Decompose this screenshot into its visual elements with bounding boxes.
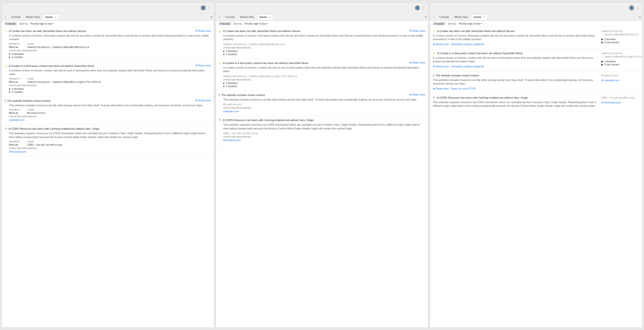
affected-2-4: AFFECTED RESOURCES third-party.com <box>223 136 425 142</box>
browser-bar-2: 👤 ⋮ <box>216 3 428 13</box>
issue-header-2-3: ℹ The website includes mixed content ⊕ R… <box>219 93 425 97</box>
tab-issues-2[interactable]: Issues × <box>257 14 273 20</box>
devtools-close-1[interactable]: × <box>210 15 212 19</box>
affected-1-3: AFFECTED RESOURCES example.com <box>9 115 211 121</box>
issue-item-1-2: ⚠ A Cookie in a third party context has … <box>2 62 214 97</box>
arrow-3-2-1: ▶ <box>601 60 603 63</box>
issue-main-3-1: ⚠ A Cookie has been set with SameSite=No… <box>433 29 601 46</box>
read-more-3-3[interactable]: ⊕ Read more - Does not use HTTPS <box>433 87 598 90</box>
menu-dots-3[interactable]: ⋮ <box>636 6 640 10</box>
resource-cookies-1-2: ▶ 2 cookies <box>9 91 211 93</box>
read-more-icon-1-1: ⊕ <box>195 29 198 32</box>
issue-header-1-1: ⚠ A Cookie has been set with SameSite=No… <box>4 29 211 33</box>
read-more-2-2[interactable]: ⊕ Read more <box>410 61 425 64</box>
issue-item-2-4: ⚑ A CORS Resource has been with Caching … <box>216 116 428 145</box>
issue-title-row-3-4: ⚑ A CORS Resource has been with Caching … <box>433 96 598 100</box>
tab-whats-new-2[interactable]: What's New <box>238 15 256 19</box>
tab-whats-new-3[interactable]: What's New <box>452 15 470 19</box>
issue-title-row-1-3: ℹ The website includes mixed content <box>4 99 194 103</box>
tab-close-issues-3[interactable]: × <box>484 16 485 18</box>
devtools-menu-3[interactable]: ⋮ <box>432 15 436 19</box>
resource-domains-val-2-2: 3 domains <box>226 82 238 85</box>
tab-console-2[interactable]: Console <box>223 15 237 19</box>
resource-cookies-val-1-1: 2 cookies <box>12 56 23 59</box>
sort-dropdown-3[interactable]: Priority high to low ▾ <box>459 22 482 25</box>
tab-whats-new-1[interactable]: What's New <box>23 15 42 19</box>
issue-title-row-3-1: ⚠ A Cookie has been set with SameSite=No… <box>433 29 598 33</box>
read-more-3-1[interactable]: ⊕ Read more - SameSite cookies explained <box>433 43 598 46</box>
priority-value-1-3: Medium <box>9 112 20 114</box>
issue-title-3-4: A CORS Resource has been with Caching en… <box>437 96 528 100</box>
priority-value-1-2: Medium <box>9 81 20 83</box>
tab-close-issues-1[interactable]: × <box>55 16 56 18</box>
devtools-close-2[interactable]: × <box>425 15 427 19</box>
example-link-3-3[interactable]: example.com <box>604 79 619 82</box>
example-link-2-3[interactable]: example.com <box>223 110 239 113</box>
sort-label-1: Sort by: <box>19 22 28 25</box>
affected-1-1: AFFECTED RESOURCES ▶ 3 domains ▶ 2 cooki… <box>9 50 211 59</box>
read-more-1-3[interactable]: ⊕ Read more <box>195 99 211 102</box>
devtools-close-3[interactable]: × <box>639 15 641 19</box>
issue-sidebar-3-4: CORS::VaryOriginMissing ⊕ third-party.co… <box>601 96 640 109</box>
arrow-domains-2-1: ▶ <box>223 50 225 52</box>
sidebar-code-3-4: CORS::VaryOriginMissing <box>601 96 640 100</box>
warning-icon-1-1: ⚠ <box>4 29 8 33</box>
thirdparty-link-2-4[interactable]: third-party.com <box>223 139 241 142</box>
sort-label-2: Sort by: <box>234 22 242 25</box>
tab-console-1[interactable]: Console <box>8 15 23 19</box>
resource-thirdparty-1-4: third-party.com <box>9 150 211 153</box>
info-icon-2-3: ℹ <box>219 93 220 97</box>
issues-list-3: ⚠ A Cookie has been set with SameSite=No… <box>430 27 642 327</box>
issue-title-row-1-4: ⚑ A CORS Resource has been with Caching … <box>4 127 211 131</box>
resource-domains-1-2: ▶ 3 domains <box>9 87 211 90</box>
resource-cookies-val-2-2: 2 cookies <box>226 85 237 88</box>
meta-row-1-3: PRIORITY Medium CODE MixedContent <box>9 109 211 114</box>
tab-close-issues-2[interactable]: × <box>269 16 271 18</box>
read-more-2-1[interactable]: ⊕ Read more <box>410 29 425 32</box>
arrow-cookies-1-1: ▶ <box>9 56 11 58</box>
priority-value-1-1: Medium <box>9 46 20 49</box>
meta-row-1-2: PRIORITY Medium CODE SameSiteCookies::Sa… <box>9 78 211 83</box>
tab-issues-1[interactable]: Issues × <box>43 14 59 20</box>
devtools-menu-1[interactable]: ⋮ <box>3 15 8 19</box>
read-more-3-2[interactable]: ⊕ Read more - SameSite cookies explained <box>433 65 598 68</box>
read-more-1-2[interactable]: ⊕ Read more <box>195 64 211 67</box>
read-more-1-1[interactable]: ⊕ Read more <box>195 29 211 32</box>
arrow-3-2-2: ▶ <box>601 63 603 66</box>
issue-title-row-2-4: ⚑ A CORS Resource has been with Caching … <box>219 118 425 122</box>
issue-title-3-1: A Cookie has been set with SameSite=None… <box>437 29 514 33</box>
info-icon-1-3: ℹ <box>4 99 6 103</box>
arrow-cookies-2-2: ▶ <box>223 85 225 87</box>
issue-desc-3-2: In a future version of chrome, cookies w… <box>433 56 598 64</box>
menu-dots-2[interactable]: ⋮ <box>422 6 426 10</box>
affected-1-2: AFFECTED RESOURCES ▶ 3 domains ▶ 2 cooki… <box>9 84 211 93</box>
issue-desc-2-4: This websites requests resources via COR… <box>223 123 425 130</box>
example-link-1-3[interactable]: example.com <box>9 118 24 121</box>
avatar-3: 👤 <box>629 5 634 11</box>
menu-dots-1[interactable]: ⋮ <box>208 6 212 10</box>
affected-2-1: AFFECTED RESOURCES ▶ 3 domains ▶ 2 cooki… <box>223 47 425 56</box>
thirdparty-link-1-4[interactable]: third-party.com <box>9 150 26 153</box>
issue-header-2-4: ⚑ A CORS Resource has been with Caching … <box>219 118 425 122</box>
issue-main-3-3: ℹ The website includes mixed content Thi… <box>433 74 601 91</box>
sort-dropdown-2[interactable]: Priority high to low ▾ <box>244 22 268 25</box>
sidebar-count-domains-3-2: ▶ 3 domains <box>601 60 640 63</box>
sidebar-code-3-1: SameSiteCookies::SameSiteNoneButNotSecur… <box>601 30 640 36</box>
affected-label-2-2: AFFECTED RESOURCES <box>223 79 425 81</box>
code-label-1-1: CODE <box>28 43 89 45</box>
tab-console-3[interactable]: Console <box>437 15 451 19</box>
meta-priority-1-4: PRIORITY Medium <box>9 140 20 146</box>
priority-label-1-1: PRIORITY <box>9 43 20 45</box>
meta-code-1-1: CODE SameSiteCookies::SameSiteNoneButNot… <box>28 43 89 49</box>
issue-desc-1-3: This websites includes resources via htt… <box>9 104 211 107</box>
issues-count-2: 4 issues <box>218 22 232 25</box>
sort-dropdown-1[interactable]: Priority high to low ▾ <box>30 22 54 25</box>
thirdparty-link-3-4[interactable]: third-party.com <box>604 101 621 104</box>
issues-count-1: 4 issues <box>4 22 18 25</box>
code-value-1-1: SameSiteCookies::SameSiteNoneButNotSecur… <box>28 46 89 49</box>
read-more-2-3[interactable]: ⊕ Read more <box>410 93 425 96</box>
tab-issues-3[interactable]: Issues × <box>471 14 488 20</box>
devtools-menu-2[interactable]: ⋮ <box>217 15 222 19</box>
issue-item-1-3: ℹ The website includes mixed content ⊕ R… <box>2 97 214 124</box>
code-inline-2-4: CORS::VaryOriginMissing <box>223 132 425 135</box>
